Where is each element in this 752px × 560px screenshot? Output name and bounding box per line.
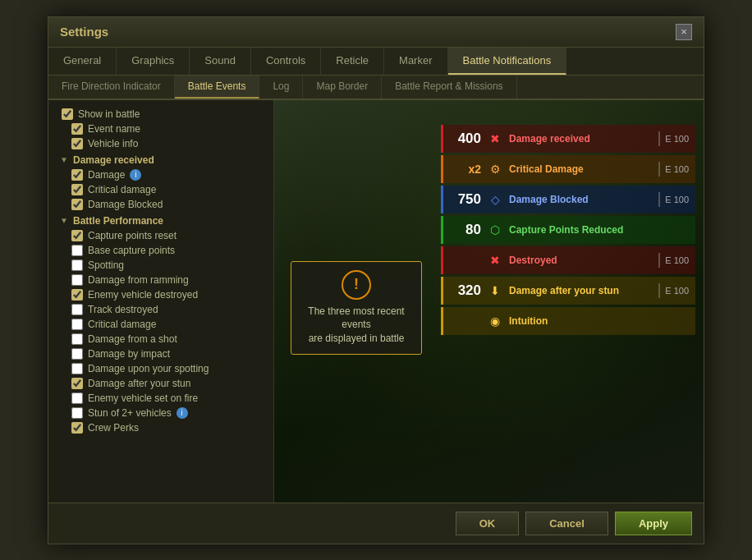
notif-critical-icon: ⚙ (486, 160, 504, 178)
tab-fire-direction-indicator[interactable]: Fire Direction Indicator (48, 76, 175, 99)
damage-received-section-header[interactable]: ▼ Damage received (48, 151, 273, 168)
damage-after-stun-label: Damage after your stun (88, 378, 190, 389)
damage-after-stun-item[interactable]: Damage after your stun (48, 376, 273, 391)
damage-from-shot-item[interactable]: Damage from a shot (48, 332, 273, 347)
damage-blocked-label: Damage Blocked (88, 199, 163, 210)
stun-of-2-item[interactable]: Stun of 2+ vehicles i (48, 406, 273, 420)
enemy-vehicle-destroyed-checkbox[interactable] (71, 289, 83, 301)
tab-controls[interactable]: Controls (251, 48, 321, 75)
base-capture-points-item[interactable]: Base capture points (48, 243, 273, 258)
cancel-button[interactable]: Cancel (525, 512, 608, 535)
notif-critical-tank: E 100 (665, 164, 689, 174)
track-destroyed-label: Track destroyed (88, 304, 158, 315)
notif-damage-received-icon: ✖ (486, 130, 504, 148)
stun-of-2-label: Stun of 2+ vehicles (88, 407, 172, 419)
notif-damage-received-num: 400 (450, 131, 481, 147)
damage-blocked-item[interactable]: Damage Blocked (48, 197, 273, 212)
notif-divider (658, 131, 660, 146)
capture-points-reset-label: Capture points reset (88, 230, 177, 241)
tooltip-warning-icon: ! (342, 270, 371, 300)
left-panel: Show in battle Event name Vehicle info ▼… (48, 100, 274, 503)
notif-blocked-icon: ◇ (486, 190, 504, 209)
spotting-checkbox[interactable] (71, 259, 83, 271)
stun-info-badge[interactable]: i (177, 407, 188, 419)
tab-general[interactable]: General (48, 48, 117, 75)
apply-button[interactable]: Apply (615, 512, 692, 535)
notif-intuition: ◉ Intuition (441, 307, 695, 335)
notif-capture-points: 80 ⬡ Capture Points Reduced (441, 216, 695, 244)
vehicle-info-item[interactable]: Vehicle info (48, 136, 273, 151)
tab-battle-events[interactable]: Battle Events (175, 76, 260, 99)
tab-sound[interactable]: Sound (190, 48, 251, 75)
notif-stun-label: Damage after your stun (509, 285, 653, 296)
enemy-on-fire-checkbox[interactable] (71, 392, 83, 404)
critical-damage-2-checkbox[interactable] (71, 319, 83, 330)
notif-destroyed-tank: E 100 (665, 255, 689, 265)
notif-blocked-num: 750 (450, 191, 481, 208)
show-in-battle-item[interactable]: Show in battle (48, 107, 273, 122)
tab-graphics[interactable]: Graphics (117, 48, 190, 75)
close-button[interactable]: × (676, 24, 692, 40)
critical-damage-1-checkbox[interactable] (71, 184, 83, 195)
tab-marker[interactable]: Marker (384, 48, 447, 75)
tabs-row2: Fire Direction Indicator Battle Events L… (48, 76, 704, 100)
damage-by-impact-item[interactable]: Damage by impact (48, 347, 273, 361)
spotting-item[interactable]: Spotting (48, 258, 273, 273)
damage-upon-spotting-item[interactable]: Damage upon your spotting (48, 361, 273, 376)
damage-by-impact-checkbox[interactable] (71, 348, 83, 360)
tab-battle-report[interactable]: Battle Report & Missions (382, 76, 516, 99)
enemy-on-fire-label: Enemy vehicle set on fire (88, 392, 198, 404)
enemy-on-fire-item[interactable]: Enemy vehicle set on fire (48, 391, 273, 406)
damage-item[interactable]: Damage i (48, 168, 273, 182)
show-in-battle-checkbox[interactable] (62, 108, 73, 120)
battle-performance-section-header[interactable]: ▼ Battle Performance (48, 212, 273, 228)
notif-critical-damage: x2 ⚙ Critical Damage E 100 (441, 155, 695, 183)
critical-damage-2-item[interactable]: Critical damage (48, 317, 273, 332)
tab-map-border[interactable]: Map Border (303, 76, 382, 99)
tab-log[interactable]: Log (259, 76, 303, 99)
ok-button[interactable]: OK (456, 512, 520, 535)
notif-capture-icon: ⬡ (486, 221, 504, 239)
notif-capture-label: Capture Points Reduced (509, 224, 689, 236)
tab-battle-notifications[interactable]: Battle Notifications (448, 48, 567, 75)
notif-blocked-label: Damage Blocked (509, 194, 653, 205)
event-name-label: Event name (88, 123, 140, 135)
notif-destroyed-icon: ✖ (486, 251, 504, 269)
capture-points-reset-checkbox[interactable] (71, 230, 83, 241)
title-bar: Settings × (48, 17, 704, 48)
capture-points-reset-item[interactable]: Capture points reset (48, 228, 273, 243)
tooltip-box: ! The three most recent eventsare displa… (291, 261, 422, 355)
enemy-vehicle-destroyed-item[interactable]: Enemy vehicle destroyed (48, 287, 273, 302)
collapse-arrow-damage: ▼ (60, 155, 70, 164)
base-capture-points-checkbox[interactable] (71, 245, 83, 256)
damage-info-badge[interactable]: i (130, 169, 141, 181)
damage-after-stun-checkbox[interactable] (71, 378, 83, 389)
damage-blocked-checkbox[interactable] (71, 199, 83, 210)
content-area: Show in battle Event name Vehicle info ▼… (48, 100, 704, 503)
notif-destroyed: ✖ Destroyed E 100 (441, 246, 695, 274)
notif-critical-num: x2 (450, 163, 481, 176)
vehicle-info-checkbox[interactable] (71, 138, 83, 149)
notif-intuition-label: Intuition (509, 315, 689, 327)
crew-perks-checkbox[interactable] (71, 422, 83, 434)
critical-damage-1-label: Critical damage (88, 184, 156, 195)
notif-damage-blocked: 750 ◇ Damage Blocked E 100 (441, 186, 695, 213)
track-destroyed-checkbox[interactable] (71, 304, 83, 315)
track-destroyed-item[interactable]: Track destroyed (48, 302, 273, 317)
stun-of-2-checkbox[interactable] (71, 407, 83, 419)
damage-checkbox[interactable] (71, 169, 83, 181)
notif-critical-label: Critical Damage (509, 163, 653, 175)
vehicle-info-label: Vehicle info (88, 138, 138, 149)
crew-perks-item[interactable]: Crew Perks (48, 420, 273, 435)
event-name-checkbox[interactable] (71, 123, 83, 135)
damage-from-ramming-checkbox[interactable] (71, 274, 83, 286)
event-name-item[interactable]: Event name (48, 122, 273, 136)
enemy-vehicle-destroyed-label: Enemy vehicle destroyed (88, 289, 198, 301)
damage-upon-spotting-checkbox[interactable] (71, 363, 83, 374)
damage-from-shot-checkbox[interactable] (71, 333, 83, 345)
critical-damage-1-item[interactable]: Critical damage (48, 182, 273, 197)
tab-reticle[interactable]: Reticle (321, 48, 384, 75)
damage-from-ramming-item[interactable]: Damage from ramming (48, 273, 273, 287)
settings-dialog: Settings × General Graphics Sound Contro… (48, 16, 704, 544)
show-in-battle-label: Show in battle (78, 108, 140, 120)
